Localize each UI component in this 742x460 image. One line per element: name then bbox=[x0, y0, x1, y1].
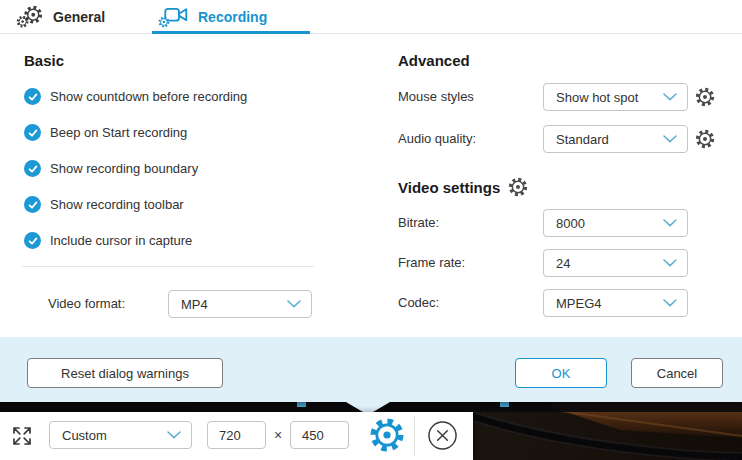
boundary-handle[interactable] bbox=[500, 402, 509, 407]
chevron-down-icon bbox=[663, 219, 677, 227]
audio-quality-select[interactable]: Standard bbox=[543, 125, 688, 153]
chevron-down-icon bbox=[663, 259, 677, 267]
settings-dialog: General Recording Basic Show countdown b… bbox=[0, 0, 742, 402]
option-label: Show recording boundary bbox=[50, 161, 198, 176]
video-camera-icon bbox=[158, 5, 189, 29]
video-settings-heading-row: Video settings bbox=[398, 177, 528, 197]
bitrate-label: Bitrate: bbox=[398, 209, 439, 237]
bitrate-value: 8000 bbox=[544, 216, 663, 231]
frame-rate-label: Frame rate: bbox=[398, 249, 465, 277]
bitrate-select[interactable]: 8000 bbox=[543, 209, 688, 237]
chevron-down-icon bbox=[663, 93, 677, 101]
advanced-heading: Advanced bbox=[398, 52, 470, 69]
size-preset-select[interactable]: Custom bbox=[49, 421, 192, 449]
tab-recording-label: Recording bbox=[198, 9, 267, 25]
basic-heading: Basic bbox=[24, 52, 64, 69]
recorder-app-screen: General Recording Basic Show countdown b… bbox=[0, 0, 742, 460]
bitrate-row: Bitrate: 8000 bbox=[0, 209, 742, 237]
codec-label: Codec: bbox=[398, 289, 439, 317]
mouse-styles-value: Show hot spot bbox=[544, 90, 663, 105]
reset-dialog-warnings-button[interactable]: Reset dialog warnings bbox=[27, 358, 223, 388]
codec-value: MPEG4 bbox=[544, 296, 663, 311]
audio-quality-row: Audio quality: Standard bbox=[0, 125, 742, 153]
dialog-footer: Reset dialog warnings OK Cancel bbox=[0, 337, 742, 402]
height-input[interactable] bbox=[290, 421, 349, 449]
ok-button[interactable]: OK bbox=[515, 358, 607, 388]
video-settings-heading: Video settings bbox=[398, 179, 500, 196]
toolbar-divider bbox=[414, 416, 415, 456]
close-circle-icon[interactable] bbox=[427, 420, 458, 451]
check-circle-icon[interactable] bbox=[24, 160, 41, 177]
chevron-down-icon bbox=[167, 431, 181, 439]
times-separator: × bbox=[268, 421, 288, 449]
expand-arrows-icon[interactable] bbox=[10, 424, 34, 448]
chevron-down-icon bbox=[663, 299, 677, 307]
video-settings-gear-icon[interactable] bbox=[508, 177, 528, 197]
tab-general[interactable]: General bbox=[16, 0, 105, 34]
mouse-styles-select[interactable]: Show hot spot bbox=[543, 83, 688, 111]
size-preset-value: Custom bbox=[50, 428, 167, 443]
codec-row: Codec: MPEG4 bbox=[0, 289, 742, 317]
codec-select[interactable]: MPEG4 bbox=[543, 289, 688, 317]
mouse-styles-row: Mouse styles Show hot spot bbox=[0, 83, 742, 111]
frame-rate-select[interactable]: 24 bbox=[543, 249, 688, 277]
cancel-button[interactable]: Cancel bbox=[631, 358, 723, 388]
toolbar-settings-gear-icon[interactable] bbox=[369, 417, 405, 453]
chevron-down-icon bbox=[663, 135, 677, 143]
mouse-styles-gear-icon[interactable] bbox=[695, 87, 715, 107]
tab-recording[interactable]: Recording bbox=[158, 0, 267, 34]
boundary-handle[interactable] bbox=[297, 402, 306, 407]
active-tab-underline bbox=[152, 31, 310, 34]
frame-rate-row: Frame rate: 24 bbox=[0, 249, 742, 277]
width-input[interactable] bbox=[207, 421, 266, 449]
gears-icon bbox=[16, 5, 44, 29]
audio-quality-label: Audio quality: bbox=[398, 125, 476, 153]
option-show-boundary[interactable]: Show recording boundary bbox=[24, 160, 198, 177]
tab-general-label: General bbox=[53, 9, 105, 25]
audio-quality-gear-icon[interactable] bbox=[695, 129, 715, 149]
audio-quality-value: Standard bbox=[544, 132, 663, 147]
mouse-styles-label: Mouse styles bbox=[398, 83, 474, 111]
tab-bar: General Recording bbox=[0, 0, 742, 34]
recording-toolbar: Custom × bbox=[0, 412, 473, 460]
frame-rate-value: 24 bbox=[544, 256, 663, 271]
